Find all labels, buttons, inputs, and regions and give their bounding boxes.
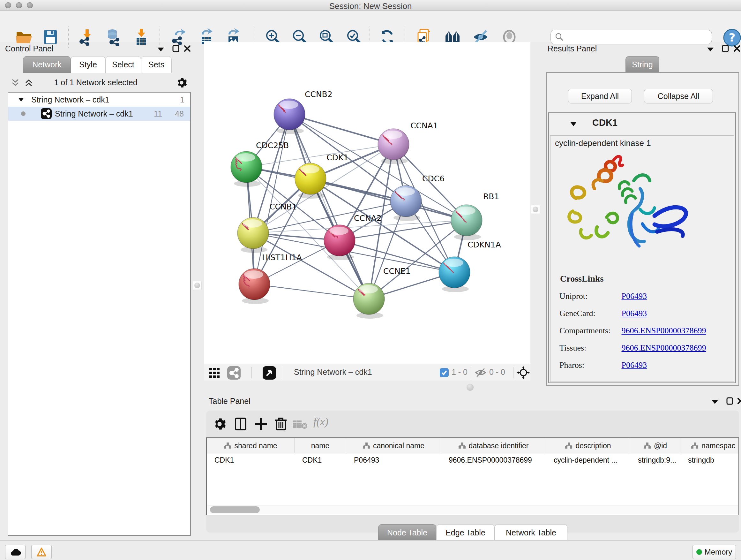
close-panel-icon[interactable] xyxy=(733,45,740,52)
selected-checkbox-icon[interactable] xyxy=(440,368,449,377)
table-horizontal-scrollbar[interactable] xyxy=(207,505,738,514)
window-title: Session: New Session xyxy=(0,1,741,11)
grid-view-icon[interactable] xyxy=(208,367,221,379)
delete-table-icon[interactable] xyxy=(293,420,308,429)
tab-string[interactable]: String xyxy=(625,56,659,73)
column-header--id[interactable]: @id xyxy=(630,438,680,453)
node-CCNE1[interactable]: CCNE1 xyxy=(353,266,410,319)
network-canvas[interactable]: CCNB2CCNA1CDC25BCDK1CDC6RB1CCNB1CCNA2CDK… xyxy=(204,42,530,364)
hidden-eye-icon xyxy=(475,368,486,377)
table-cell[interactable]: P06493 xyxy=(346,453,441,467)
tab-node-table[interactable]: Node Table xyxy=(378,524,436,541)
table-cell[interactable]: CDK1 xyxy=(207,453,294,467)
expand-all-button[interactable]: Expand All xyxy=(568,89,632,104)
close-panel-icon[interactable] xyxy=(737,397,741,405)
float-window-icon[interactable] xyxy=(722,45,729,52)
crosslink-link[interactable]: P06493 xyxy=(622,309,647,318)
right-splitter-handle[interactable] xyxy=(531,205,540,214)
tab-network[interactable]: Network xyxy=(23,56,71,73)
detach-view-icon[interactable] xyxy=(263,366,276,380)
collection-expand-icon[interactable] xyxy=(18,97,24,102)
network-row[interactable]: String Network – cdk1 11 48 xyxy=(8,107,190,121)
delete-column-icon[interactable] xyxy=(274,416,288,431)
show-columns-icon[interactable] xyxy=(233,417,248,431)
column-header-name[interactable]: name xyxy=(294,438,346,453)
node-CDKN1A[interactable]: CDKN1A xyxy=(439,240,501,292)
table-cell[interactable]: cyclin-dependent ... xyxy=(546,453,630,467)
node-CDC6[interactable]: CDC6 xyxy=(390,174,445,221)
table-cell[interactable]: stringdb xyxy=(680,453,739,467)
column-header-shared-name[interactable]: shared name xyxy=(207,438,294,453)
crosslink-link[interactable]: 9606.ENSP00000378699 xyxy=(622,326,706,335)
node-CDK1[interactable]: CDK1 xyxy=(295,153,348,199)
node-CCNB2[interactable]: CCNB2 xyxy=(274,90,333,134)
network-view-icon[interactable] xyxy=(227,366,241,380)
tab-select[interactable]: Select xyxy=(105,56,141,73)
cloud-icon xyxy=(10,548,21,556)
add-column-icon[interactable] xyxy=(254,417,268,431)
network-list-toolbar: 1 of 1 Network selected xyxy=(0,75,192,91)
node-CCNB1[interactable]: CCNB1 xyxy=(238,202,297,253)
cloud-status-button[interactable] xyxy=(5,545,25,559)
edge-CDK1-RB1[interactable] xyxy=(311,179,467,220)
memory-button[interactable]: Memory xyxy=(692,545,736,559)
search-input[interactable] xyxy=(564,33,704,42)
crosslink-link[interactable]: P06493 xyxy=(622,292,647,301)
birdseye-navigator-icon[interactable] xyxy=(517,366,530,379)
left-splitter-handle[interactable] xyxy=(193,281,202,290)
gene-details: cyclin-dependent kinase 1 xyxy=(550,135,734,382)
node-label-CDKN1A: CDKN1A xyxy=(468,240,501,249)
edge-RB1-CCNA2[interactable] xyxy=(340,220,467,240)
warnings-button[interactable] xyxy=(31,545,52,559)
memory-status-dot xyxy=(696,549,702,555)
tab-edge-table[interactable]: Edge Table xyxy=(436,524,495,541)
column-header-canonical-name[interactable]: canonical name xyxy=(346,438,441,453)
sitemap-icon xyxy=(362,442,370,449)
string-results-card: Expand All Collapse All CDK1 cyclin-depe… xyxy=(546,72,739,386)
function-builder-icon[interactable]: f(x) xyxy=(313,416,328,428)
edge-CCNB2-CCNE1[interactable] xyxy=(289,114,369,299)
float-window-icon[interactable] xyxy=(172,45,179,52)
float-menu-icon[interactable] xyxy=(711,399,719,405)
crosslink-link[interactable]: P06493 xyxy=(622,361,647,370)
close-panel-icon[interactable] xyxy=(184,45,191,52)
node-CDC25B[interactable]: CDC25B xyxy=(231,141,289,187)
network-collection-row[interactable]: String Network – cdk1 1 xyxy=(8,92,190,107)
network-options-gear-icon[interactable] xyxy=(176,77,187,88)
float-window-icon[interactable] xyxy=(726,397,733,405)
footer-separator xyxy=(282,367,282,378)
float-menu-icon[interactable] xyxy=(706,47,714,52)
bottom-splitter-handle[interactable] xyxy=(467,384,474,391)
node-HIST1H1A[interactable]: HIST1H1A xyxy=(239,253,302,304)
column-header-database-identifier[interactable]: database identifier xyxy=(441,438,546,453)
table-settings-gear-icon[interactable] xyxy=(213,418,226,430)
tab-sets[interactable]: Sets xyxy=(141,56,172,73)
cytoscape-window: Session: New Session xyxy=(0,0,741,560)
table-row[interactable]: CDK1CDK1P064939606.ENSP00000378699cyclin… xyxy=(207,453,739,467)
node-label-CDK1: CDK1 xyxy=(327,153,348,162)
gene-expand-icon[interactable] xyxy=(570,121,577,127)
column-header-namespac[interactable]: namespac xyxy=(680,438,739,453)
edge-HIST1H1A-CCNE1[interactable] xyxy=(254,284,369,299)
node-CCNA1[interactable]: CCNA1 xyxy=(378,121,438,164)
scrollbar-thumb[interactable] xyxy=(210,506,260,513)
crosslink-row: Compartments: 9606.ENSP00000378699 xyxy=(559,326,706,335)
edge-CCNB2-CCNA1[interactable] xyxy=(289,114,394,144)
node-RB1[interactable]: RB1 xyxy=(451,192,499,240)
table-panel-header: Table Panel xyxy=(204,393,741,411)
tab-sets-label: Sets xyxy=(148,60,164,69)
sitemap-icon xyxy=(691,442,698,449)
node-CCNA2[interactable]: CCNA2 xyxy=(324,213,382,260)
crosslink-link[interactable]: 9606.ENSP00000378699 xyxy=(622,343,706,353)
table-cell[interactable]: 9606.ENSP00000378699 xyxy=(441,453,546,467)
table-cell[interactable]: CDK1 xyxy=(294,453,346,467)
tab-string-label: String xyxy=(632,60,653,69)
column-header-description[interactable]: description xyxy=(546,438,630,453)
tab-network-table[interactable]: Network Table xyxy=(495,524,567,541)
collapse-all-button[interactable]: Collapse All xyxy=(644,89,713,104)
column-header-label: description xyxy=(576,442,611,450)
float-menu-icon[interactable] xyxy=(157,47,165,52)
network-graph[interactable]: CCNB2CCNA1CDC25BCDK1CDC6RB1CCNB1CCNA2CDK… xyxy=(204,42,530,364)
table-cell[interactable]: stringdb:9... xyxy=(630,453,680,467)
tab-style[interactable]: Style xyxy=(71,56,105,73)
